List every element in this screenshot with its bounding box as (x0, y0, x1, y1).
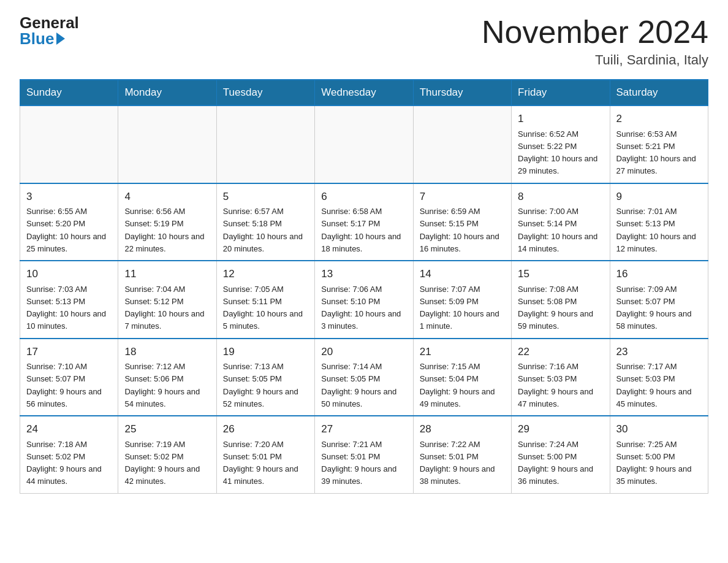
calendar-cell-4-2: 26Sunrise: 7:20 AMSunset: 5:01 PMDayligh… (216, 416, 314, 493)
day-info: Sunrise: 7:09 AMSunset: 5:07 PMDaylight:… (616, 285, 692, 331)
day-info: Sunrise: 7:24 AMSunset: 5:00 PMDaylight:… (518, 440, 593, 486)
weekday-header-thursday: Thursday (413, 80, 511, 105)
day-number: 12 (223, 266, 308, 282)
day-info: Sunrise: 6:58 AMSunset: 5:17 PMDaylight:… (321, 207, 401, 253)
day-info: Sunrise: 6:53 AMSunset: 5:21 PMDaylight:… (616, 129, 696, 176)
calendar-row-3: 17Sunrise: 7:10 AMSunset: 5:07 PMDayligh… (20, 339, 708, 416)
logo-general-text: General (20, 15, 79, 31)
calendar-cell-4-0: 24Sunrise: 7:18 AMSunset: 5:02 PMDayligh… (20, 416, 118, 493)
calendar-cell-4-4: 28Sunrise: 7:22 AMSunset: 5:01 PMDayligh… (413, 416, 511, 493)
calendar-cell-3-5: 22Sunrise: 7:16 AMSunset: 5:03 PMDayligh… (512, 339, 610, 416)
calendar-cell-1-1: 4Sunrise: 6:56 AMSunset: 5:19 PMDaylight… (118, 183, 216, 261)
day-number: 6 (321, 189, 406, 205)
day-number: 23 (616, 344, 702, 360)
day-number: 14 (420, 266, 505, 282)
day-info: Sunrise: 7:21 AMSunset: 5:01 PMDaylight:… (321, 440, 396, 486)
calendar-cell-1-3: 6Sunrise: 6:58 AMSunset: 5:17 PMDaylight… (315, 183, 413, 261)
calendar-cell-4-1: 25Sunrise: 7:19 AMSunset: 5:02 PMDayligh… (118, 416, 216, 493)
day-info: Sunrise: 6:55 AMSunset: 5:20 PMDaylight:… (26, 207, 106, 253)
weekday-header-row: SundayMondayTuesdayWednesdayThursdayFrid… (20, 80, 708, 105)
calendar-cell-1-4: 7Sunrise: 6:59 AMSunset: 5:15 PMDaylight… (413, 183, 511, 261)
calendar-cell-4-6: 30Sunrise: 7:25 AMSunset: 5:00 PMDayligh… (610, 416, 708, 493)
calendar-cell-3-2: 19Sunrise: 7:13 AMSunset: 5:05 PMDayligh… (216, 339, 314, 416)
calendar-cell-3-0: 17Sunrise: 7:10 AMSunset: 5:07 PMDayligh… (20, 339, 118, 416)
day-number: 27 (321, 421, 406, 437)
calendar-cell-1-0: 3Sunrise: 6:55 AMSunset: 5:20 PMDaylight… (20, 183, 118, 261)
day-info: Sunrise: 7:12 AMSunset: 5:06 PMDaylight:… (124, 362, 200, 408)
day-info: Sunrise: 7:14 AMSunset: 5:05 PMDaylight:… (321, 362, 396, 408)
day-number: 19 (223, 344, 308, 360)
calendar-cell-3-4: 21Sunrise: 7:15 AMSunset: 5:04 PMDayligh… (413, 339, 511, 416)
weekday-header-sunday: Sunday (20, 80, 118, 105)
day-number: 24 (26, 421, 112, 437)
day-number: 22 (518, 344, 603, 360)
day-info: Sunrise: 7:04 AMSunset: 5:12 PMDaylight:… (124, 285, 204, 331)
day-number: 8 (518, 189, 603, 205)
day-number: 16 (616, 266, 702, 282)
day-info: Sunrise: 6:56 AMSunset: 5:19 PMDaylight:… (124, 207, 204, 253)
day-number: 13 (321, 266, 406, 282)
weekday-header-saturday: Saturday (610, 80, 708, 105)
calendar-cell-0-4 (413, 105, 511, 183)
day-info: Sunrise: 7:20 AMSunset: 5:01 PMDaylight:… (223, 440, 298, 486)
day-number: 7 (420, 189, 505, 205)
day-info: Sunrise: 7:25 AMSunset: 5:00 PMDaylight:… (616, 440, 692, 486)
day-number: 18 (124, 344, 210, 360)
day-info: Sunrise: 6:57 AMSunset: 5:18 PMDaylight:… (223, 207, 303, 253)
calendar-cell-0-0 (20, 105, 118, 183)
day-info: Sunrise: 7:08 AMSunset: 5:08 PMDaylight:… (518, 285, 593, 331)
calendar-cell-3-3: 20Sunrise: 7:14 AMSunset: 5:05 PMDayligh… (315, 339, 413, 416)
weekday-header-tuesday: Tuesday (216, 80, 314, 105)
day-info: Sunrise: 7:13 AMSunset: 5:05 PMDaylight:… (223, 362, 298, 408)
day-info: Sunrise: 7:01 AMSunset: 5:13 PMDaylight:… (616, 207, 696, 253)
calendar-cell-2-0: 10Sunrise: 7:03 AMSunset: 5:13 PMDayligh… (20, 261, 118, 339)
calendar-cell-1-5: 8Sunrise: 7:00 AMSunset: 5:14 PMDaylight… (512, 183, 610, 261)
day-number: 4 (124, 189, 210, 205)
day-number: 15 (518, 266, 603, 282)
day-info: Sunrise: 7:16 AMSunset: 5:03 PMDaylight:… (518, 362, 593, 408)
day-info: Sunrise: 7:03 AMSunset: 5:13 PMDaylight:… (26, 285, 106, 331)
day-number: 2 (616, 111, 702, 127)
header: General Blue November 2024 Tuili, Sardin… (20, 15, 708, 68)
day-number: 26 (223, 421, 308, 437)
day-info: Sunrise: 7:19 AMSunset: 5:02 PMDaylight:… (124, 440, 200, 486)
calendar-cell-0-6: 2Sunrise: 6:53 AMSunset: 5:21 PMDaylight… (610, 105, 708, 183)
day-info: Sunrise: 7:17 AMSunset: 5:03 PMDaylight:… (616, 362, 692, 408)
day-number: 5 (223, 189, 308, 205)
calendar-cell-2-1: 11Sunrise: 7:04 AMSunset: 5:12 PMDayligh… (118, 261, 216, 339)
calendar-cell-2-6: 16Sunrise: 7:09 AMSunset: 5:07 PMDayligh… (610, 261, 708, 339)
calendar-cell-0-2 (216, 105, 314, 183)
calendar-table: SundayMondayTuesdayWednesdayThursdayFrid… (20, 79, 708, 494)
day-info: Sunrise: 7:00 AMSunset: 5:14 PMDaylight:… (518, 207, 597, 253)
day-number: 21 (420, 344, 505, 360)
title-area: November 2024 Tuili, Sardinia, Italy (482, 15, 708, 68)
day-info: Sunrise: 7:06 AMSunset: 5:10 PMDaylight:… (321, 285, 401, 331)
calendar-cell-0-1 (118, 105, 216, 183)
day-info: Sunrise: 6:52 AMSunset: 5:22 PMDaylight:… (518, 129, 597, 176)
day-info: Sunrise: 7:15 AMSunset: 5:04 PMDaylight:… (420, 362, 495, 408)
day-number: 17 (26, 344, 112, 360)
day-number: 3 (26, 189, 112, 205)
weekday-header-monday: Monday (118, 80, 216, 105)
logo-blue-text: Blue (20, 31, 65, 47)
day-number: 10 (26, 266, 112, 282)
calendar-cell-4-5: 29Sunrise: 7:24 AMSunset: 5:00 PMDayligh… (512, 416, 610, 493)
calendar-row-1: 3Sunrise: 6:55 AMSunset: 5:20 PMDaylight… (20, 183, 708, 261)
calendar-cell-3-1: 18Sunrise: 7:12 AMSunset: 5:06 PMDayligh… (118, 339, 216, 416)
day-number: 20 (321, 344, 406, 360)
calendar-cell-1-6: 9Sunrise: 7:01 AMSunset: 5:13 PMDaylight… (610, 183, 708, 261)
calendar-row-4: 24Sunrise: 7:18 AMSunset: 5:02 PMDayligh… (20, 416, 708, 493)
day-number: 30 (616, 421, 702, 437)
day-info: Sunrise: 7:22 AMSunset: 5:01 PMDaylight:… (420, 440, 495, 486)
calendar-cell-0-3 (315, 105, 413, 183)
day-number: 25 (124, 421, 210, 437)
calendar-cell-2-3: 13Sunrise: 7:06 AMSunset: 5:10 PMDayligh… (315, 261, 413, 339)
day-number: 29 (518, 421, 603, 437)
calendar-title: November 2024 (482, 15, 708, 50)
calendar-cell-2-4: 14Sunrise: 7:07 AMSunset: 5:09 PMDayligh… (413, 261, 511, 339)
calendar-cell-4-3: 27Sunrise: 7:21 AMSunset: 5:01 PMDayligh… (315, 416, 413, 493)
day-info: Sunrise: 7:18 AMSunset: 5:02 PMDaylight:… (26, 440, 102, 486)
day-info: Sunrise: 7:05 AMSunset: 5:11 PMDaylight:… (223, 285, 303, 331)
calendar-row-0: 1Sunrise: 6:52 AMSunset: 5:22 PMDaylight… (20, 105, 708, 183)
calendar-cell-3-6: 23Sunrise: 7:17 AMSunset: 5:03 PMDayligh… (610, 339, 708, 416)
